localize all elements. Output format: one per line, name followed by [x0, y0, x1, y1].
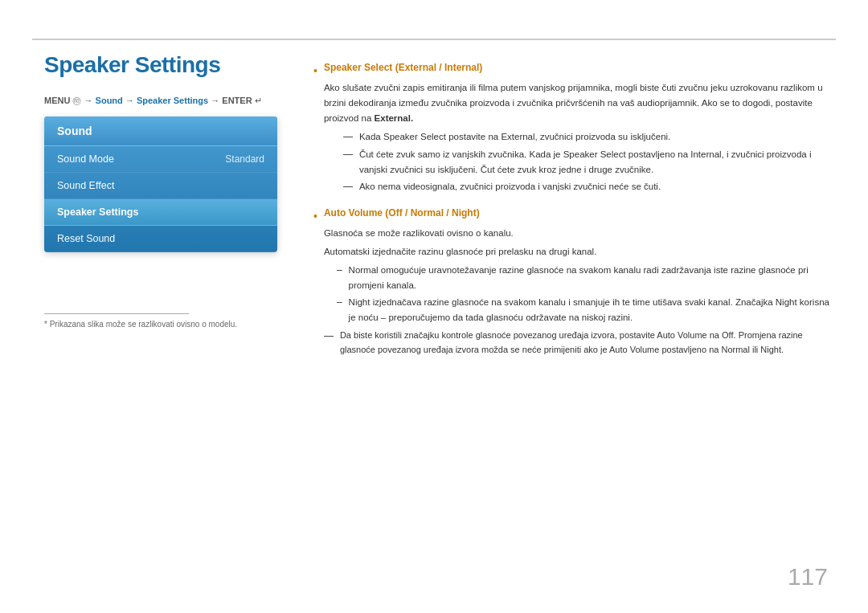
breadcrumb-arrow3: →	[211, 96, 222, 105]
sidebar-header: Sound	[44, 116, 277, 146]
dash1-sym: —	[343, 129, 353, 145]
section2-dash2: – Night izjednačava razine glasnoće na s…	[337, 295, 836, 325]
section1-body: Ako slušate zvučni zapis emitiranja ili …	[324, 80, 836, 126]
sidebar-item-sound-mode[interactable]: Sound Mode Standard	[44, 146, 277, 173]
breadcrumb-menu-symbol: ㊞	[72, 96, 81, 105]
sidebar-item-label: Sound Mode	[57, 153, 114, 165]
section2-title-text: Auto Volume (Off / Normal / Night)	[324, 207, 480, 219]
breadcrumb-arrow2: →	[125, 96, 137, 105]
sidebar-item-reset-sound[interactable]: Reset Sound	[44, 226, 277, 252]
dash1-text: Kada Speaker Select postavite na Externa…	[359, 129, 670, 145]
section1-content: Speaker Select (External / Internal) Ako…	[324, 60, 836, 198]
section1-sub3: — Ako nema videosignala, zvučnici proizv…	[343, 179, 836, 194]
breadcrumb-arrow1: →	[84, 96, 96, 105]
page-title: Speaker Settings	[44, 52, 220, 78]
breadcrumb: MENU ㊞ → Sound → Speaker Settings → ENTE…	[44, 95, 262, 107]
dash3-text: Ako nema videosignala, zvučnici proizvod…	[359, 179, 661, 194]
section2-indents: – Normal omogućuje uravnotežavanje razin…	[337, 263, 836, 325]
section-speaker-select: • Speaker Select (External / Internal) A…	[313, 60, 836, 198]
section2-dash1: – Normal omogućuje uravnotežavanje razin…	[337, 263, 836, 292]
sidebar-item-label: Reset Sound	[57, 233, 115, 244]
section1-indents: — Kada Speaker Select postavite na Exter…	[337, 129, 836, 194]
page-number: 117	[788, 563, 828, 591]
section2-content: Auto Volume (Off / Normal / Night) Glasn…	[324, 206, 836, 359]
content-area: • Speaker Select (External / Internal) A…	[313, 60, 836, 367]
sidebar-item-label: Sound Effect	[57, 180, 114, 191]
section1-sub2: — Čut ćete zvuk samo iz vanjskih zvučnik…	[343, 147, 836, 177]
dash2-sym: —	[343, 147, 353, 177]
sidebar-item-value: Standard	[225, 153, 264, 165]
section1-title: Speaker Select (External / Internal)	[324, 60, 836, 76]
dash4-sym: –	[337, 263, 342, 292]
sidebar-item-sound-effect[interactable]: Sound Effect	[44, 173, 277, 199]
breadcrumb-sound: Sound	[96, 96, 123, 105]
section2-title: Auto Volume (Off / Normal / Night)	[324, 206, 836, 221]
section2-body2: Automatski izjednačite razinu glasnoće p…	[324, 244, 836, 260]
sidebar-panel: Sound Sound Mode Standard Sound Effect S…	[44, 116, 277, 252]
dash6-text: Da biste koristili značajku kontrole gla…	[340, 329, 836, 357]
section2-body1: Glasnoća se može razlikovati ovisno o ka…	[324, 226, 836, 241]
section1-title-text: Speaker Select (External / Internal)	[324, 62, 482, 73]
breadcrumb-speaker-settings: Speaker Settings	[137, 96, 208, 105]
bullet-dot-1: •	[313, 62, 317, 198]
dash5-text: Night izjednačava razine glasnoće na sva…	[349, 295, 836, 325]
footnote-divider	[44, 313, 189, 314]
sidebar-item-speaker-settings[interactable]: Speaker Settings	[44, 199, 277, 226]
dash6-sym: —	[324, 329, 334, 357]
section1-external-bold: External.	[375, 113, 414, 123]
dash5-sym: –	[337, 295, 342, 325]
breadcrumb-enter: ENTER	[222, 96, 252, 105]
footnote: * Prikazana slika može se razlikovati ov…	[44, 320, 237, 329]
dash3-sym: —	[343, 179, 353, 194]
breadcrumb-menu: MENU	[44, 96, 70, 105]
bullet-dot-2: •	[313, 207, 317, 359]
top-divider	[32, 39, 836, 40]
section2-note: — Da biste koristili značajku kontrole g…	[324, 329, 836, 357]
dash4-text: Normal omogućuje uravnotežavanje razine …	[349, 263, 836, 292]
section-auto-volume: • Auto Volume (Off / Normal / Night) Gla…	[313, 206, 836, 359]
dash2-text: Čut ćete zvuk samo iz vanjskih zvučnika.…	[359, 147, 836, 177]
sidebar-item-label: Speaker Settings	[57, 206, 138, 218]
section1-sub1: — Kada Speaker Select postavite na Exter…	[343, 129, 836, 145]
breadcrumb-enter-symbol: ↵	[255, 96, 262, 105]
